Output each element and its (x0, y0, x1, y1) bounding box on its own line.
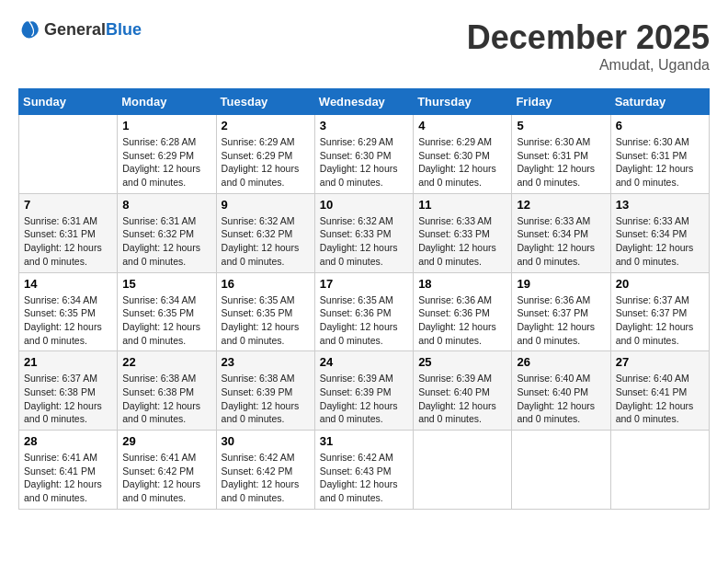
calendar-cell: 21Sunrise: 6:37 AMSunset: 6:38 PMDayligh… (19, 351, 118, 431)
calendar-week-row: 1Sunrise: 6:28 AMSunset: 6:29 PMDaylight… (19, 115, 710, 194)
calendar-cell: 25Sunrise: 6:39 AMSunset: 6:40 PMDayligh… (414, 351, 512, 431)
weekday-header: Thursday (414, 89, 512, 115)
calendar-cell: 14Sunrise: 6:34 AMSunset: 6:35 PMDayligh… (19, 272, 118, 351)
day-number: 6 (616, 119, 704, 132)
logo: GeneralBlue (18, 18, 142, 40)
calendar-cell: 13Sunrise: 6:33 AMSunset: 6:34 PMDayligh… (610, 193, 709, 272)
calendar-cell: 9Sunrise: 6:32 AMSunset: 6:32 PMDaylight… (216, 193, 314, 272)
weekday-header: Sunday (19, 89, 118, 115)
calendar-cell: 1Sunrise: 6:28 AMSunset: 6:29 PMDaylight… (118, 115, 216, 194)
day-info: Sunrise: 6:39 AMSunset: 6:39 PMDaylight:… (320, 372, 408, 426)
logo-general: General (44, 20, 106, 39)
day-info: Sunrise: 6:39 AMSunset: 6:40 PMDaylight:… (418, 372, 506, 426)
calendar-cell: 30Sunrise: 6:42 AMSunset: 6:42 PMDayligh… (216, 431, 314, 510)
day-number: 25 (418, 355, 506, 369)
day-number: 22 (122, 355, 210, 369)
calendar-cell: 12Sunrise: 6:33 AMSunset: 6:34 PMDayligh… (512, 193, 610, 272)
calendar-cell: 24Sunrise: 6:39 AMSunset: 6:39 PMDayligh… (314, 351, 413, 431)
calendar-week-row: 7Sunrise: 6:31 AMSunset: 6:31 PMDaylight… (19, 193, 710, 272)
day-number: 18 (418, 277, 506, 291)
calendar-cell: 27Sunrise: 6:40 AMSunset: 6:41 PMDayligh… (610, 351, 709, 431)
day-info: Sunrise: 6:35 AMSunset: 6:36 PMDaylight:… (320, 293, 408, 348)
day-number: 24 (320, 355, 408, 369)
day-number: 11 (418, 198, 506, 212)
month-title: December 2025 (467, 18, 710, 57)
weekday-header: Saturday (610, 89, 709, 115)
calendar-cell: 23Sunrise: 6:38 AMSunset: 6:39 PMDayligh… (216, 351, 314, 431)
day-info: Sunrise: 6:35 AMSunset: 6:35 PMDaylight:… (222, 293, 310, 348)
calendar-cell: 17Sunrise: 6:35 AMSunset: 6:36 PMDayligh… (314, 272, 413, 351)
day-number: 16 (222, 277, 310, 291)
day-info: Sunrise: 6:33 AMSunset: 6:33 PMDaylight:… (418, 214, 506, 269)
calendar-week-row: 14Sunrise: 6:34 AMSunset: 6:35 PMDayligh… (19, 272, 710, 351)
day-info: Sunrise: 6:31 AMSunset: 6:31 PMDaylight:… (24, 214, 112, 269)
calendar-cell: 3Sunrise: 6:29 AMSunset: 6:30 PMDaylight… (314, 115, 413, 194)
day-number: 1 (122, 119, 210, 132)
calendar-cell: 26Sunrise: 6:40 AMSunset: 6:40 PMDayligh… (512, 351, 610, 431)
day-info: Sunrise: 6:36 AMSunset: 6:37 PMDaylight:… (517, 293, 605, 348)
calendar-cell: 18Sunrise: 6:36 AMSunset: 6:36 PMDayligh… (414, 272, 512, 351)
calendar-cell: 20Sunrise: 6:37 AMSunset: 6:37 PMDayligh… (610, 272, 709, 351)
day-number: 3 (320, 119, 408, 132)
calendar-cell (414, 431, 512, 510)
day-info: Sunrise: 6:29 AMSunset: 6:30 PMDaylight:… (320, 135, 408, 190)
day-number: 2 (222, 119, 310, 132)
calendar-cell: 16Sunrise: 6:35 AMSunset: 6:35 PMDayligh… (216, 272, 314, 351)
day-info: Sunrise: 6:38 AMSunset: 6:39 PMDaylight:… (222, 372, 310, 426)
day-number: 12 (517, 198, 605, 212)
day-number: 27 (616, 355, 704, 369)
weekday-header: Monday (118, 89, 216, 115)
calendar-cell: 15Sunrise: 6:34 AMSunset: 6:35 PMDayligh… (118, 272, 216, 351)
day-number: 29 (122, 434, 210, 448)
calendar-cell: 6Sunrise: 6:30 AMSunset: 6:31 PMDaylight… (610, 115, 709, 194)
calendar-cell: 10Sunrise: 6:32 AMSunset: 6:33 PMDayligh… (314, 193, 413, 272)
calendar-cell: 22Sunrise: 6:38 AMSunset: 6:38 PMDayligh… (118, 351, 216, 431)
day-info: Sunrise: 6:29 AMSunset: 6:29 PMDaylight:… (222, 135, 310, 190)
calendar-cell: 31Sunrise: 6:42 AMSunset: 6:43 PMDayligh… (314, 431, 413, 510)
calendar-table: SundayMondayTuesdayWednesdayThursdayFrid… (18, 88, 710, 510)
day-info: Sunrise: 6:33 AMSunset: 6:34 PMDaylight:… (517, 214, 605, 269)
day-info: Sunrise: 6:36 AMSunset: 6:36 PMDaylight:… (418, 293, 506, 348)
calendar-cell (610, 431, 709, 510)
day-number: 20 (616, 277, 704, 291)
weekday-header: Friday (512, 89, 610, 115)
calendar-cell: 8Sunrise: 6:31 AMSunset: 6:32 PMDaylight… (118, 193, 216, 272)
day-info: Sunrise: 6:32 AMSunset: 6:32 PMDaylight:… (222, 214, 310, 269)
day-info: Sunrise: 6:31 AMSunset: 6:32 PMDaylight:… (122, 214, 210, 269)
calendar-cell: 7Sunrise: 6:31 AMSunset: 6:31 PMDaylight… (19, 193, 118, 272)
calendar-cell: 4Sunrise: 6:29 AMSunset: 6:30 PMDaylight… (414, 115, 512, 194)
day-info: Sunrise: 6:41 AMSunset: 6:41 PMDaylight:… (24, 451, 112, 505)
day-info: Sunrise: 6:32 AMSunset: 6:33 PMDaylight:… (320, 214, 408, 269)
day-number: 8 (122, 198, 210, 212)
day-info: Sunrise: 6:34 AMSunset: 6:35 PMDaylight:… (122, 293, 210, 348)
day-number: 5 (517, 119, 605, 132)
calendar-cell (512, 431, 610, 510)
day-number: 28 (24, 434, 112, 448)
day-info: Sunrise: 6:40 AMSunset: 6:40 PMDaylight:… (517, 372, 605, 426)
day-info: Sunrise: 6:37 AMSunset: 6:37 PMDaylight:… (616, 293, 704, 348)
day-info: Sunrise: 6:42 AMSunset: 6:42 PMDaylight:… (222, 451, 310, 505)
location: Amudat, Uganda (467, 57, 710, 74)
day-number: 19 (517, 277, 605, 291)
day-info: Sunrise: 6:30 AMSunset: 6:31 PMDaylight:… (517, 135, 605, 190)
day-number: 26 (517, 355, 605, 369)
day-number: 23 (222, 355, 310, 369)
day-number: 9 (222, 198, 310, 212)
day-info: Sunrise: 6:30 AMSunset: 6:31 PMDaylight:… (616, 135, 704, 190)
day-number: 13 (616, 198, 704, 212)
day-number: 30 (222, 434, 310, 448)
day-info: Sunrise: 6:34 AMSunset: 6:35 PMDaylight:… (24, 293, 112, 348)
day-number: 10 (320, 198, 408, 212)
calendar-cell (19, 115, 118, 194)
day-number: 14 (24, 277, 112, 291)
day-info: Sunrise: 6:33 AMSunset: 6:34 PMDaylight:… (616, 214, 704, 269)
calendar-week-row: 21Sunrise: 6:37 AMSunset: 6:38 PMDayligh… (19, 351, 710, 431)
day-number: 17 (320, 277, 408, 291)
day-number: 31 (320, 434, 408, 448)
day-info: Sunrise: 6:40 AMSunset: 6:41 PMDaylight:… (616, 372, 704, 426)
weekday-header: Tuesday (216, 89, 314, 115)
day-number: 4 (418, 119, 506, 132)
day-number: 15 (122, 277, 210, 291)
day-info: Sunrise: 6:37 AMSunset: 6:38 PMDaylight:… (24, 372, 112, 426)
day-info: Sunrise: 6:38 AMSunset: 6:38 PMDaylight:… (122, 372, 210, 426)
